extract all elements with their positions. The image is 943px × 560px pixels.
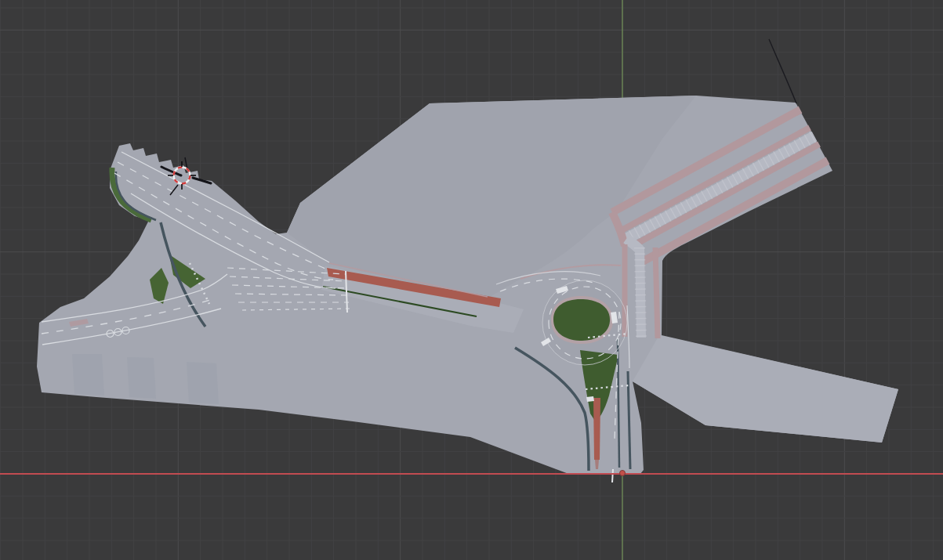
lane-dash-below-origin xyxy=(612,469,613,482)
roundabout-island xyxy=(553,299,610,341)
stripe-vert-right xyxy=(655,247,658,338)
blender-3d-viewport[interactable] xyxy=(0,0,943,560)
powerline-curve xyxy=(769,39,796,103)
bike-lane-red-south xyxy=(593,398,600,460)
road-network-model xyxy=(37,39,898,482)
object-origin-dot xyxy=(620,471,626,476)
viewport-canvas[interactable] xyxy=(0,0,943,560)
right-plaza-quad xyxy=(633,335,898,443)
